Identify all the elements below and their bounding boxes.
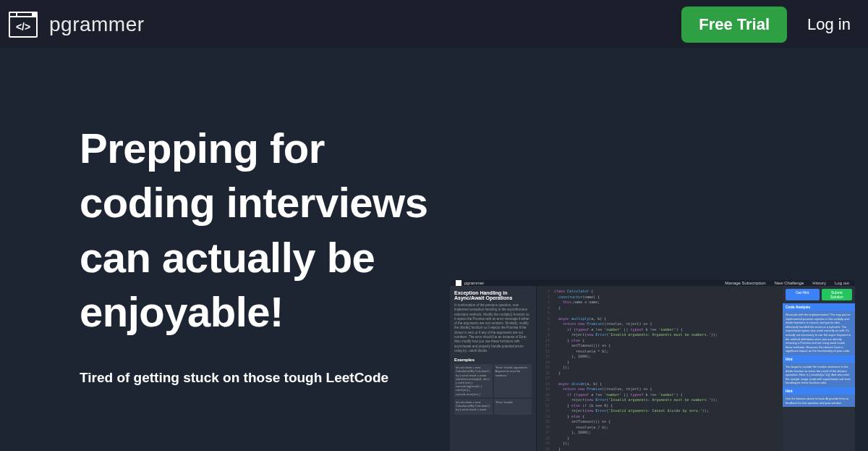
preview-logo-icon [456, 280, 461, 286]
preview-example-input: let calculator = new Calculator('My Calc… [454, 364, 493, 397]
preview-hint-body: Use the buttons above to have AI provide… [783, 395, 855, 407]
preview-submit-button: Submit Solution [822, 289, 853, 300]
login-link[interactable]: Log in [807, 15, 851, 34]
preview-nav-logout: Log out [835, 281, 849, 285]
preview-right-panel: Get Hint Submit Solution Code Analysis G… [783, 286, 855, 451]
preview-hint-body: You forgot to include the resolve statem… [783, 363, 855, 387]
brand-name: pgrammer [49, 13, 145, 36]
preview-example-output: "Error: Invalid arguments: Arguments mus… [494, 364, 532, 397]
hero-section: Prepping for coding interviews can actua… [0, 49, 868, 386]
preview-analysis-title: Code Analysis [783, 303, 855, 311]
preview-body: Exception Handling in Async/Await Operat… [450, 286, 855, 451]
preview-nav-history: History [812, 281, 826, 285]
brand[interactable]: </> pgrammer [9, 12, 145, 38]
logo-icon: </> [9, 12, 38, 38]
preview-hint-button: Get Hint [786, 289, 820, 300]
preview-example-input: let calculator = new Calculator('My Calc… [454, 399, 493, 415]
preview-header: pgrammer Manage Subscription New Challen… [450, 280, 855, 286]
preview-nav-manage: Manage Subscription [725, 281, 765, 285]
preview-code-editor: 1class Calculator { 2 constructor(name) … [537, 286, 783, 451]
preview-examples-grid: let calculator = new Calculator('My Calc… [454, 364, 532, 415]
preview-nav-new: New Challenge [775, 281, 804, 285]
hero-title: Prepping for coding interviews can actua… [80, 121, 456, 340]
hero-text: Prepping for coding interviews can actua… [80, 121, 456, 386]
preview-examples-label: Examples [454, 358, 532, 362]
header-actions: Free Trial Log in [681, 7, 851, 43]
preview-example-output: "Error: Invalid [494, 399, 532, 415]
app-preview-screenshot: pgrammer Manage Subscription New Challen… [450, 280, 855, 451]
preview-problem-description: In continuation of the previous question… [454, 303, 532, 353]
preview-brand: pgrammer [464, 281, 484, 285]
preview-problem-panel: Exception Handling in Async/Await Operat… [450, 286, 537, 451]
hero-subtitle: Tired of getting stuck on those tough Le… [80, 370, 456, 386]
preview-hint-title: Hint [783, 355, 855, 363]
free-trial-button[interactable]: Free Trial [681, 7, 787, 43]
preview-analysis-body: Great job with the implementation! The w… [783, 311, 855, 355]
header: </> pgrammer Free Trial Log in [0, 0, 868, 49]
preview-problem-title: Exception Handling in Async/Await Operat… [454, 290, 532, 300]
preview-hint-title: Hint [783, 387, 855, 395]
